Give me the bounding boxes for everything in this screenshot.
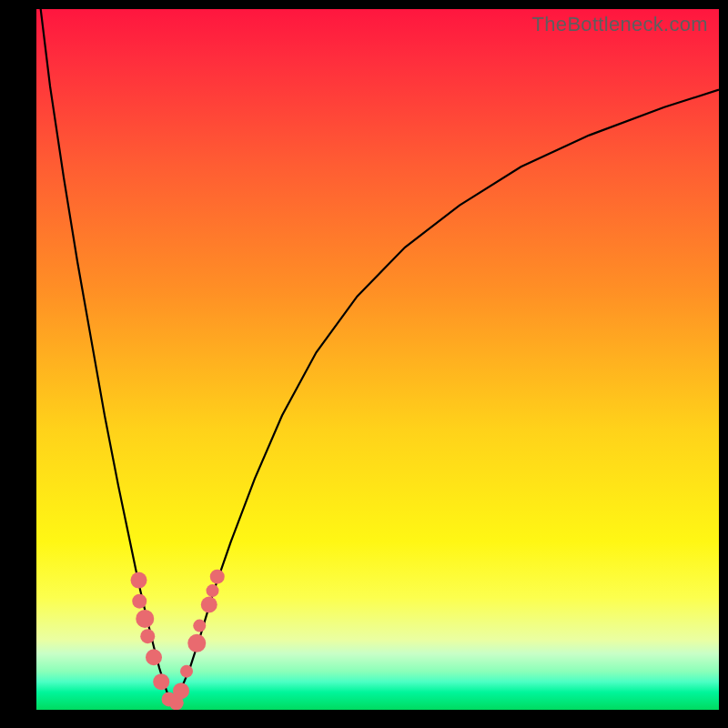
highlight-dot (153, 673, 169, 690)
chart-frame: TheBottleneck.com (0, 0, 728, 728)
highlight-dot (140, 629, 155, 643)
highlight-dot (173, 682, 189, 699)
highlight-dot (207, 584, 219, 597)
highlight-dot (187, 634, 206, 652)
highlight-dot (136, 610, 154, 628)
curve-right-branch (173, 90, 719, 707)
curve-left-branch (40, 9, 173, 706)
highlight-dot (132, 594, 147, 609)
highlight-dot (201, 597, 217, 613)
highlight-dot (146, 649, 162, 665)
highlight-dot (193, 620, 206, 632)
plot-area: TheBottleneck.com (36, 9, 719, 710)
highlight-dot (131, 572, 147, 589)
highlight-dot (180, 665, 193, 678)
highlight-dot (210, 570, 225, 584)
highlight-dots-group (131, 570, 225, 710)
chart-svg (36, 9, 719, 710)
